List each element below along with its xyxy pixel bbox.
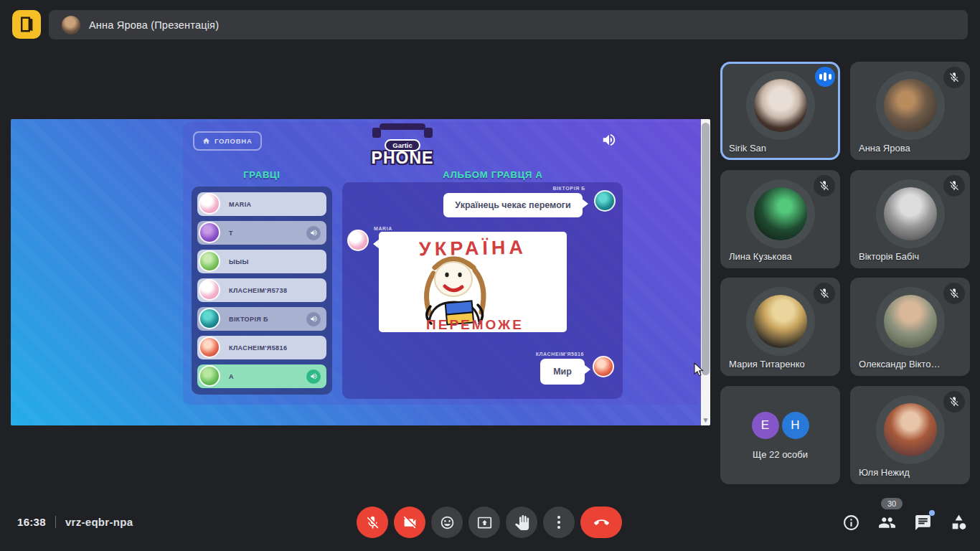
participant-tile-lina-kuzkova[interactable]: Лина Кузькова xyxy=(720,170,840,268)
album-guess-text: Українець чекає перемоги xyxy=(455,200,570,210)
player-row: T xyxy=(197,221,326,245)
mouse-cursor xyxy=(694,362,705,377)
player-name: КЛАСНЕІМ'Я5816 xyxy=(229,344,287,352)
home-icon xyxy=(202,137,210,145)
player-avatar xyxy=(199,336,220,358)
player-avatar xyxy=(199,365,220,387)
participant-tile-yulia-nezhyd[interactable]: Юля Нежид xyxy=(850,386,970,484)
album-answer-avatar xyxy=(593,356,614,377)
participant-name: Анна Ярова xyxy=(859,143,910,154)
player-row: ВІКТОРІЯ Б xyxy=(197,307,326,331)
chat-notification-dot xyxy=(929,510,935,516)
shared-tab-title: Анна Ярова (Презентація) xyxy=(89,19,219,31)
shared-page-scrollbar: ▼ xyxy=(701,119,710,425)
activities-shapes-icon xyxy=(950,514,968,532)
player-name: A xyxy=(229,373,234,380)
reactions-button[interactable] xyxy=(431,507,463,538)
scrollbar-down-arrow: ▼ xyxy=(701,417,710,424)
participant-tile-oleksandr[interactable]: Олександр Вікто… xyxy=(850,278,970,376)
more-options-button[interactable] xyxy=(543,507,575,538)
mic-muted-icon xyxy=(943,175,965,197)
call-end-icon xyxy=(594,515,609,530)
clock: 16:38 xyxy=(17,516,46,528)
game-home-button: ГОЛОВНА xyxy=(193,131,262,151)
chat-button[interactable] xyxy=(914,514,932,532)
overflow-count-label: Ще 22 особи xyxy=(753,449,808,460)
album-drawing-avatar xyxy=(347,230,369,251)
overflow-content: Е Н Ще 22 особи xyxy=(720,386,840,484)
bubble-tail xyxy=(584,364,590,375)
player-sound-icon xyxy=(306,369,321,384)
participant-tile-anna-yarova[interactable]: Анна Ярова xyxy=(850,62,970,160)
panel-buttons: 30 xyxy=(842,514,968,532)
participants-button[interactable]: 30 xyxy=(878,514,896,532)
player-row: ЫЫЫ xyxy=(197,250,326,273)
logo-text-gartic: Gartic xyxy=(385,139,420,151)
people-icon xyxy=(878,514,896,532)
album-panel: ВІКТОРІЯ Б Українець чекає перемоги MARI… xyxy=(342,182,623,399)
participant-avatar xyxy=(754,79,807,132)
game-home-label: ГОЛОВНА xyxy=(215,137,253,145)
speaking-indicator-icon xyxy=(815,67,835,87)
players-header: ГРАВЦІ xyxy=(243,169,281,180)
gartic-game-area: ГОЛОВНА Gartic PHONE ГРАВЦІ АЛЬБОМ ГРАВЦ… xyxy=(183,122,701,405)
overflow-avatar-letter: Е xyxy=(752,412,779,439)
ukraine-drawing: УКРАЇНА xyxy=(379,232,567,332)
activities-button[interactable] xyxy=(950,514,968,532)
overflow-avatars: Е Н xyxy=(752,412,809,439)
player-avatar xyxy=(199,193,220,215)
player-name: ЫЫЫ xyxy=(229,258,249,265)
player-avatar xyxy=(199,308,220,329)
player-sound-icon xyxy=(306,312,321,326)
player-row: КЛАСНЕІМ'Я5816 xyxy=(197,336,326,359)
players-panel: MARIA T ЫЫЫ КЛАСНЕІМ'Я5738 ВІКТОР xyxy=(192,187,332,395)
player-name: КЛАСНЕІМ'Я5738 xyxy=(229,287,287,294)
participant-avatar xyxy=(754,295,807,348)
player-avatar xyxy=(199,250,220,272)
logo-text-phone: PHONE xyxy=(368,149,437,168)
presenter-avatar xyxy=(62,16,80,34)
participant-tile-sirik-san[interactable]: Sirik San xyxy=(720,62,840,160)
shared-tab-banner[interactable]: Анна Ярова (Презентація) xyxy=(49,10,968,39)
gartic-phone-logo: Gartic PHONE xyxy=(368,123,437,168)
album-drawing-author: MARIA xyxy=(374,226,392,231)
screen-share-video[interactable]: ГОЛОВНА Gartic PHONE ГРАВЦІ АЛЬБОМ ГРАВЦ… xyxy=(11,119,710,425)
mic-off-icon xyxy=(365,515,380,530)
logo-ears-shape xyxy=(372,128,433,138)
meeting-code: vrz-eqbr-npa xyxy=(65,516,133,528)
mic-toggle-button[interactable] xyxy=(357,507,388,538)
bubble-tail xyxy=(373,239,380,249)
player-name: T xyxy=(229,230,233,237)
participant-avatar xyxy=(884,187,937,240)
player-avatar xyxy=(199,279,220,301)
hand-icon xyxy=(514,515,529,530)
participant-tile-maria-titarenko[interactable]: Мария Титаренко xyxy=(720,278,840,376)
meeting-info-button[interactable] xyxy=(842,514,860,532)
camera-toggle-button[interactable] xyxy=(394,507,425,538)
more-vert-icon xyxy=(557,516,560,529)
participant-tile-overflow[interactable]: Е Н Ще 22 особи xyxy=(720,386,840,484)
smiley-icon xyxy=(440,515,455,530)
album-header: АЛЬБОМ ГРАВЦЯ A xyxy=(443,169,542,180)
participant-avatar xyxy=(884,295,937,348)
shared-tab-favicon xyxy=(12,10,41,39)
mic-muted-icon xyxy=(943,67,965,88)
album-answer-text: Мир xyxy=(553,367,572,377)
raise-hand-button[interactable] xyxy=(506,507,537,538)
participant-avatar xyxy=(884,403,937,456)
bubble-tail xyxy=(582,199,588,209)
overflow-avatar-letter: Н xyxy=(782,412,809,439)
album-drawing-canvas: УКРАЇНА xyxy=(379,232,567,332)
svg-text:ПЕРЕМОЖЕ: ПЕРЕМОЖЕ xyxy=(426,317,524,332)
present-screen-button[interactable] xyxy=(468,507,500,538)
participant-tile-viktoria-babich[interactable]: Вікторія Бабіч xyxy=(850,170,970,268)
player-name: ВІКТОРІЯ Б xyxy=(229,316,268,323)
leave-call-button[interactable] xyxy=(580,507,622,538)
album-guess-bubble: Українець чекає перемоги xyxy=(443,193,583,217)
participant-avatar xyxy=(884,79,937,132)
player-row-selected: A xyxy=(197,364,326,388)
present-icon xyxy=(477,515,492,530)
info-icon xyxy=(842,514,860,532)
door-icon xyxy=(18,16,35,33)
participant-name: Вікторія Бабіч xyxy=(859,251,919,262)
